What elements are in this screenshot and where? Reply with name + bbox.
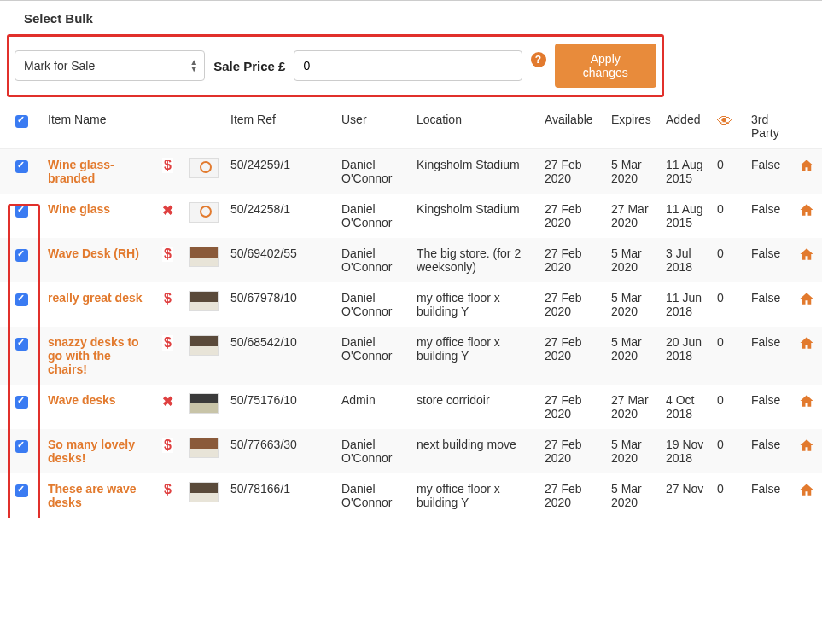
home-icon[interactable] [799, 482, 814, 501]
home-icon[interactable] [799, 393, 814, 412]
table-row: So many lovely desks!$50/77663/30Daniel … [0, 429, 822, 473]
item-views: 0 [712, 149, 746, 194]
table-row: Wine glass-branded$50/24259/1Daniel O'Co… [0, 149, 822, 194]
home-icon[interactable] [799, 438, 814, 456]
dollar-icon: $ [162, 438, 173, 453]
table-row: Wave Desk (RH)$50/69402/55Daniel O'Conno… [0, 238, 822, 282]
row-checkbox[interactable] [15, 249, 28, 262]
row-checkbox[interactable] [15, 293, 28, 306]
item-available: 27 Feb 2020 [539, 238, 606, 282]
item-thumbnail[interactable] [189, 438, 219, 458]
item-ref: 50/78166/1 [225, 473, 336, 518]
help-icon[interactable]: ? [531, 52, 546, 67]
item-name-link[interactable]: These are wave desks [48, 482, 137, 509]
item-location: Kingsholm Stadium [411, 194, 539, 238]
item-added: 20 Jun 2018 [661, 327, 712, 385]
apply-changes-button[interactable]: Apply changes [555, 44, 657, 88]
item-thumbnail[interactable] [189, 482, 219, 502]
item-third-party: False [746, 238, 794, 282]
items-table: Item Name Item Ref User Location Availab… [0, 104, 822, 518]
header-added[interactable]: Added [661, 104, 712, 149]
row-checkbox[interactable] [15, 338, 28, 351]
row-checkbox[interactable] [15, 396, 28, 409]
header-available[interactable]: Available [539, 104, 606, 149]
item-name-link[interactable]: Wave desks [48, 393, 116, 407]
bulk-select-wrap: Mark for Sale ▲▼ [15, 50, 205, 81]
home-icon[interactable] [799, 247, 814, 265]
item-views: 0 [712, 385, 746, 429]
item-thumbnail[interactable] [189, 158, 219, 178]
item-thumbnail[interactable] [189, 393, 219, 414]
item-added: 11 Aug 2015 [661, 194, 712, 238]
item-expires: 27 Mar 2020 [606, 385, 661, 429]
home-icon[interactable] [799, 158, 814, 177]
item-thumbnail[interactable] [189, 291, 219, 311]
header-item-ref[interactable]: Item Ref [225, 104, 336, 149]
item-added: 11 Aug 2015 [661, 149, 712, 194]
item-location: my office floor x building Y [411, 327, 539, 385]
item-name-link[interactable]: So many lovely desks! [48, 438, 135, 465]
row-checkbox[interactable] [15, 160, 28, 173]
row-checkbox[interactable] [15, 205, 28, 218]
header-item-name[interactable]: Item Name [43, 104, 157, 149]
item-third-party: False [746, 149, 794, 194]
item-name-link[interactable]: really great desk [48, 291, 143, 305]
row-checkbox[interactable] [15, 440, 28, 453]
item-thumbnail[interactable] [189, 202, 219, 223]
bulk-action-panel: Mark for Sale ▲▼ Sale Price £ ? Apply ch… [7, 34, 664, 97]
item-expires: 5 Mar 2020 [606, 429, 661, 473]
item-expires: 5 Mar 2020 [606, 149, 661, 194]
row-checkbox[interactable] [15, 484, 28, 497]
item-added: 3 Jul 2018 [661, 238, 712, 282]
item-available: 27 Feb 2020 [539, 429, 606, 473]
table-row: really great desk$50/67978/10Daniel O'Co… [0, 282, 822, 327]
item-expires: 5 Mar 2020 [606, 327, 661, 385]
table-header-row: Item Name Item Ref User Location Availab… [0, 104, 822, 149]
dollar-icon: $ [162, 247, 173, 262]
item-location: The big store. (for 2 weeksonly) [411, 238, 539, 282]
item-location: store corridoir [411, 385, 539, 429]
home-icon[interactable] [799, 202, 814, 221]
bulk-action-select[interactable]: Mark for Sale [15, 50, 205, 81]
table-row: Wave desks✖50/75176/10Adminstore corrido… [0, 385, 822, 429]
item-third-party: False [746, 327, 794, 385]
select-all-checkbox[interactable] [15, 115, 28, 128]
item-available: 27 Feb 2020 [539, 473, 606, 518]
item-location: Kingsholm Stadium [411, 149, 539, 194]
item-name-link[interactable]: Wine glass-branded [48, 158, 114, 185]
item-name-link[interactable]: Wave Desk (RH) [48, 247, 139, 260]
item-thumbnail[interactable] [189, 247, 219, 267]
item-thumbnail[interactable] [189, 335, 219, 356]
item-location: next building move [411, 429, 539, 473]
item-added: 19 Nov 2018 [661, 429, 712, 473]
item-expires: 5 Mar 2020 [606, 238, 661, 282]
item-name-link[interactable]: snazzy desks to go with the chairs! [48, 335, 139, 376]
item-third-party: False [746, 473, 794, 518]
header-third-party[interactable]: 3rd Party [746, 104, 794, 149]
item-available: 27 Feb 2020 [539, 282, 606, 327]
dollar-icon: $ [162, 335, 173, 351]
item-user: Daniel O'Connor [336, 194, 411, 238]
item-expires: 27 Mar 2020 [606, 194, 661, 238]
item-name-link[interactable]: Wine glass [48, 202, 110, 216]
item-user: Daniel O'Connor [336, 149, 411, 194]
header-expires[interactable]: Expires [606, 104, 661, 149]
dollar-icon: $ [162, 291, 173, 306]
item-third-party: False [746, 282, 794, 327]
item-ref: 50/24258/1 [225, 194, 336, 238]
sale-price-input[interactable] [294, 50, 522, 81]
item-views: 0 [712, 473, 746, 518]
item-location: my office floor x building Y [411, 473, 539, 518]
header-location[interactable]: Location [411, 104, 539, 149]
header-views-eye-icon[interactable]: 👁 [712, 104, 746, 149]
item-third-party: False [746, 194, 794, 238]
dollar-icon: $ [162, 482, 173, 497]
header-user[interactable]: User [336, 104, 411, 149]
home-icon[interactable] [799, 291, 814, 310]
x-icon: ✖ [162, 203, 173, 218]
item-views: 0 [712, 327, 746, 385]
home-icon[interactable] [799, 335, 814, 354]
item-user: Daniel O'Connor [336, 282, 411, 327]
item-user: Admin [336, 385, 411, 429]
section-title: Select Bulk [0, 6, 822, 31]
